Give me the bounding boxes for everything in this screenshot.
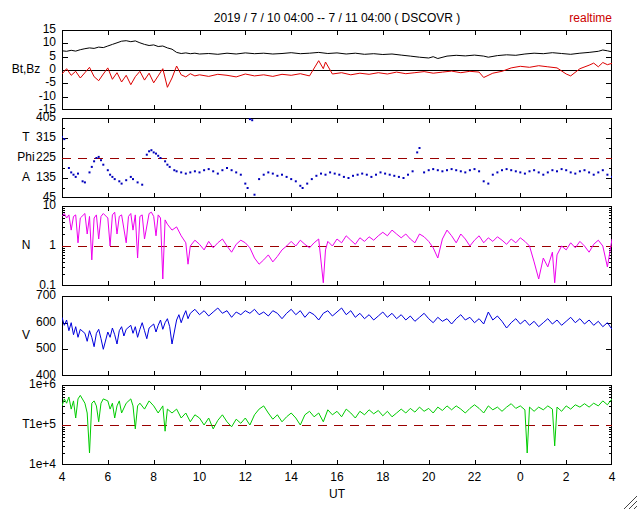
panel-phi xyxy=(62,118,612,198)
panel-label-n: N xyxy=(2,239,50,252)
x-axis-title: UT xyxy=(62,487,612,501)
panel-label-t: T xyxy=(2,418,50,431)
y-tick-label: 10 xyxy=(0,199,56,212)
x-tick-label: 18 xyxy=(370,471,396,484)
y-tick-label: -10 xyxy=(0,90,56,103)
panel-n xyxy=(62,206,612,286)
series-bz xyxy=(62,61,612,88)
x-tick-label: 8 xyxy=(141,471,167,484)
series-phi xyxy=(62,118,612,196)
panel-v xyxy=(62,296,612,376)
resize-grip-icon[interactable] xyxy=(621,493,639,511)
x-tick-label: 0 xyxy=(507,471,533,484)
y-tick-label: 1e+4 xyxy=(0,458,56,471)
series-n xyxy=(62,212,612,283)
x-tick-label: 4 xyxy=(49,471,75,484)
x-tick-label: 14 xyxy=(278,471,304,484)
dscovr-realtime-plot-window: 2019 / 7 / 10 04:00 -- 7 / 11 04:00 ( DS… xyxy=(0,0,640,512)
y-tick-label: 15 xyxy=(0,23,56,36)
realtime-status-label: realtime xyxy=(569,11,612,25)
y-tick-label: 1e+6 xyxy=(0,378,56,391)
x-tick-label: 22 xyxy=(462,471,488,484)
y-tick-label: -5 xyxy=(0,76,56,89)
panel-label-btbz: Bt,Bz xyxy=(2,63,50,76)
y-tick-label: 10 xyxy=(0,36,56,49)
y-tick-label: 700 xyxy=(0,289,56,302)
x-tick-label: 12 xyxy=(232,471,258,484)
x-tick-label: 16 xyxy=(324,471,350,484)
x-tick-label: 20 xyxy=(416,471,442,484)
panel-label-t: T xyxy=(2,131,50,144)
y-tick-label: 405 xyxy=(0,111,56,124)
x-tick-label: 6 xyxy=(95,471,121,484)
y-tick-label: 500 xyxy=(0,342,56,355)
series-v xyxy=(62,308,612,349)
panel-label-a: A xyxy=(2,171,50,184)
series-bt xyxy=(62,41,612,59)
panel-label-phi: Phi xyxy=(2,151,50,164)
plot-title: 2019 / 7 / 10 04:00 -- 7 / 11 04:00 ( DS… xyxy=(62,11,612,25)
y-tick-label: 5 xyxy=(0,50,56,63)
x-tick-label: 2 xyxy=(553,471,579,484)
y-tick-label: 600 xyxy=(0,316,56,329)
series-t xyxy=(62,395,612,453)
panel-label-v: V xyxy=(2,329,50,342)
x-tick-label: 4 xyxy=(599,471,625,484)
x-tick-label: 10 xyxy=(187,471,213,484)
panel-t xyxy=(62,385,612,465)
panel-bt_bz xyxy=(62,30,612,110)
